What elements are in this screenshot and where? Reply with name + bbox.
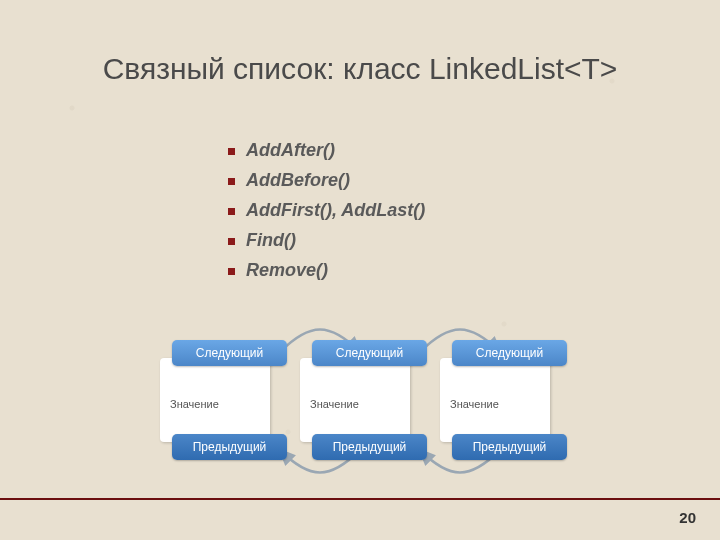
list-item: Remove() [228,260,425,281]
list-item: Find() [228,230,425,251]
node-1: Значение Следующий Предыдущий [160,340,288,460]
node-3: Значение Следующий Предыдущий [440,340,568,460]
node-next-label: Следующий [452,340,567,366]
node-2: Значение Следующий Предыдущий [300,340,428,460]
node-value-card: Значение [440,358,550,442]
node-prev-label: Предыдущий [452,434,567,460]
slide-title: Связный список: класс LinkedList<T> [0,52,720,86]
linked-list-diagram: Значение Следующий Предыдущий Значение С… [160,340,580,500]
method-list: AddAfter() AddBefore() AddFirst(), AddLa… [228,140,425,290]
node-value-card: Значение [300,358,410,442]
node-next-label: Следующий [312,340,427,366]
list-item: AddFirst(), AddLast() [228,200,425,221]
list-item: AddBefore() [228,170,425,191]
node-prev-label: Предыдущий [312,434,427,460]
node-value-card: Значение [160,358,270,442]
list-item: AddAfter() [228,140,425,161]
node-prev-label: Предыдущий [172,434,287,460]
node-next-label: Следующий [172,340,287,366]
page-number: 20 [679,509,696,526]
footer-rule [0,498,720,500]
